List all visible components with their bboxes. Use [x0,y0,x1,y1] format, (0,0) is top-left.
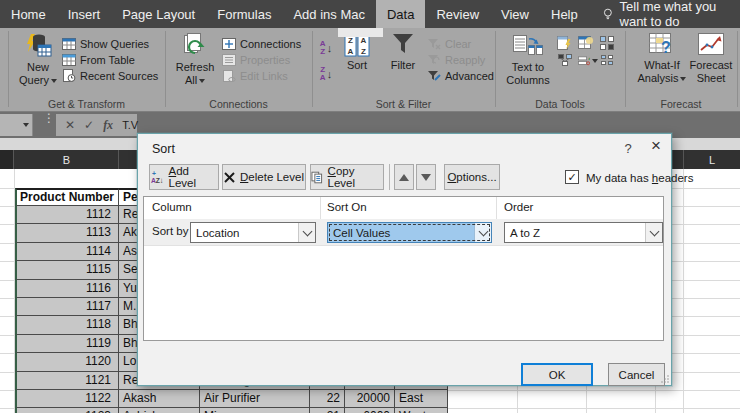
move-down-button[interactable] [416,164,436,190]
list-separator [496,197,497,219]
order-dropdown[interactable]: A to Z [504,222,663,243]
connections-button[interactable]: Connections [222,36,301,51]
options-button[interactable]: Options... [444,164,500,190]
dialog-close-button[interactable]: × [646,136,666,156]
clear-filter-button[interactable]: Clear [427,36,471,51]
cell[interactable]: 1116 [15,280,119,298]
cell[interactable]: 1123 [15,408,119,413]
text-to-columns-label: Text to [512,61,544,74]
dropdown-button[interactable] [474,223,491,242]
copy-level-button[interactable]: Copy Level [310,164,384,190]
column-a-header-sliver[interactable] [0,150,14,169]
tab-formulas[interactable]: Formulas [206,0,282,28]
flash-fill-button[interactable] [557,36,577,52]
text-to-columns-icon [513,33,543,59]
what-if-analysis-button[interactable]: ? What-If Analysis [638,33,686,85]
refresh-all-button[interactable]: Refresh All [172,33,218,87]
remove-duplicates-button[interactable] [578,36,598,52]
properties-button[interactable]: Properties [222,52,290,67]
formula-bar-divider-dots[interactable]: ⋮ [43,115,51,122]
forecast-sheet-button[interactable]: Forecast Sheet [688,33,734,85]
cell[interactable]: Microwave [200,408,310,413]
cell[interactable]: 1122 [15,390,119,408]
sort-button[interactable]: Z A A Z Sort [340,33,374,72]
advanced-filter-button[interactable]: Advanced [427,68,494,83]
tab-review[interactable]: Review [425,0,490,28]
tab-add-ins-mac[interactable]: Add ins Mac [282,0,376,28]
show-queries-button[interactable]: Show Queries [62,36,149,51]
forecast-sheet-icon [698,33,724,57]
filter-label: Filter [391,59,415,72]
filter-button[interactable]: Filter [384,33,422,72]
cell[interactable]: 1114 [15,243,119,261]
tab-insert[interactable]: Insert [57,0,112,28]
cell[interactable]: East [395,390,448,408]
recent-sources-button[interactable]: Recent Sources [62,68,158,83]
column-header-l[interactable]: L [683,150,740,169]
svg-text:Z: Z [361,47,366,56]
cell[interactable]: 1118 [15,316,119,334]
add-level-button[interactable]: + A Z ↓ Add Level [149,164,219,190]
resize-grip[interactable] [661,375,669,383]
cell[interactable]: 1117 [15,298,119,316]
reapply-funnel-icon [427,54,441,66]
tab-page-layout[interactable]: Page Layout [111,0,206,28]
cell[interactable]: Ashish [119,408,200,413]
move-up-button[interactable] [394,164,414,190]
cell-header-product-number[interactable]: Product Number [15,188,119,206]
cell[interactable]: Air Purifier [200,390,310,408]
dropdown-button[interactable] [298,223,315,242]
new-query-button[interactable]: New Query [14,33,62,87]
sort-ascending-button[interactable]: AZ↓ [315,36,337,59]
confirm-entry-icon[interactable]: ✓ [84,118,94,132]
manage-data-model-button[interactable] [599,53,619,69]
tab-view[interactable]: View [490,0,540,28]
dialog-help-button[interactable]: ? [621,141,635,156]
sort-on-value: Cell Values [328,227,474,239]
dropdown-button[interactable] [645,223,662,242]
cell[interactable]: 1119 [15,335,119,353]
cell[interactable]: Akash [119,390,200,408]
chevron-down-icon [302,226,312,236]
cell[interactable]: 22 [310,390,345,408]
cell[interactable]: 20000 [345,390,395,408]
my-data-has-headers-checkbox[interactable]: ✓ [565,170,579,184]
group-label: Forecast [625,98,737,110]
tab-help[interactable]: Help [540,0,589,28]
cell[interactable]: 21 [310,408,345,413]
formula-content[interactable]: T.V [122,119,138,131]
cell[interactable]: West [395,408,448,413]
data-validation-button[interactable]: ✓ [578,53,598,69]
what-if-label2: Analysis [638,72,679,85]
reapply-filter-button[interactable]: Reapply [427,52,485,67]
name-box[interactable] [0,114,33,136]
cell[interactable]: 6000 [345,408,395,413]
cell[interactable]: 1113 [15,224,119,242]
delete-level-button[interactable]: Delete Level [222,164,306,190]
insert-function-icon[interactable]: fx [103,118,113,133]
relationships-button[interactable] [557,53,577,69]
chevron-down-icon [649,226,659,236]
cell[interactable]: 1115 [15,261,119,279]
sort-by-column-dropdown[interactable]: Location [190,222,316,243]
sort-on-dropdown[interactable]: Cell Values [327,222,492,243]
tab-data[interactable]: Data [376,0,425,28]
cell[interactable]: 1121 [15,372,119,390]
from-table-button[interactable]: From Table [62,52,135,67]
sort-descending-button[interactable]: ZA↓ [315,62,337,85]
cell[interactable]: 1112 [15,206,119,224]
cancel-entry-icon[interactable]: ✕ [65,118,75,132]
my-data-has-headers-label[interactable]: My data has headers [586,172,693,184]
from-table-label: From Table [80,54,135,66]
tab-home[interactable]: Home [0,0,57,28]
text-to-columns-button[interactable]: Text to Columns [503,33,553,87]
column-header-b[interactable]: B [15,150,119,169]
down-arrow-icon [421,174,431,181]
cell[interactable]: 1120 [15,353,119,371]
order-header-label: Order [504,201,533,213]
cancel-button[interactable]: Cancel [608,363,665,386]
tell-me-box[interactable]: Tell me what you want to do [603,0,740,28]
consolidate-button[interactable] [599,36,619,52]
edit-links-button[interactable]: Edit Links [222,68,288,83]
ok-button[interactable]: OK [521,363,593,386]
